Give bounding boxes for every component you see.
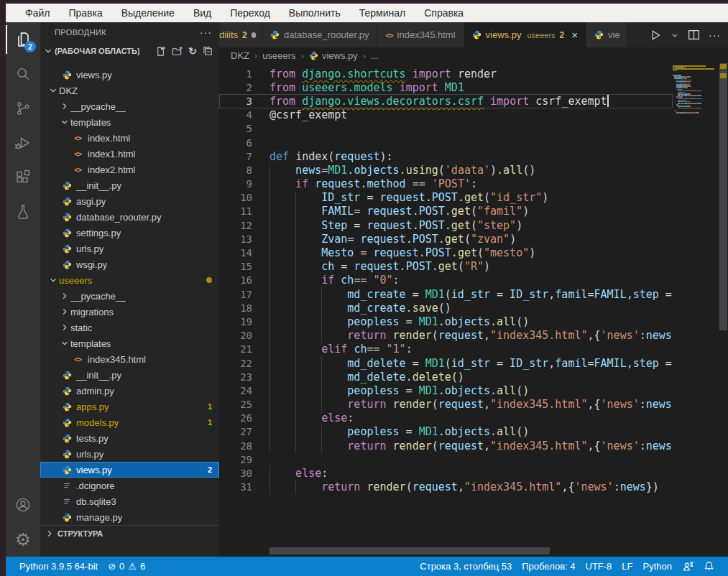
menu-item[interactable]: Справка <box>415 7 473 19</box>
tree-item-templates[interactable]: templates <box>40 335 219 351</box>
run-button-icon[interactable] <box>649 29 662 42</box>
indent-guide <box>295 480 321 494</box>
more-actions-icon[interactable]: ··· <box>200 27 212 38</box>
tree-item-urls.py[interactable]: urls.py <box>40 241 219 256</box>
activity-run-debug[interactable] <box>6 126 40 160</box>
activity-account[interactable] <box>6 488 40 522</box>
code-line: 23md_delete.delete() <box>219 370 673 384</box>
activity-extensions[interactable] <box>6 160 40 195</box>
python-icon <box>270 30 280 40</box>
tree-item-manage.py[interactable]: manage.py <box>40 509 219 525</box>
tree-item-useeers[interactable]: useeers <box>40 272 219 288</box>
status-problems[interactable]: ⊘0⚠6 <box>103 561 150 572</box>
menu-item[interactable]: Переход <box>221 7 280 19</box>
indent-guide <box>321 425 347 439</box>
file-label: apps.py <box>76 401 109 412</box>
status-language[interactable]: Python <box>638 561 677 572</box>
tree-item-db.sqlite3[interactable]: db.sqlite3 <box>40 493 219 509</box>
status-encoding[interactable]: UTF-8 <box>581 561 617 572</box>
tab-index345.html[interactable]: <>index345.html <box>378 22 464 47</box>
status-eol[interactable]: LF <box>617 561 637 572</box>
tree-item-wsgi.py[interactable]: wsgi.py <box>40 256 219 272</box>
tree-item-apps.py[interactable]: apps.py1 <box>40 399 219 414</box>
outline-section-header[interactable]: СТРУКТУРА <box>40 525 219 541</box>
code-editor[interactable]: 1from django.shortcuts import render2fro… <box>219 63 728 557</box>
status-indentation[interactable]: Пробелов: 4 <box>517 561 580 572</box>
run-dropdown-icon[interactable] <box>671 31 679 40</box>
activity-settings[interactable]: ⚙ <box>6 522 40 557</box>
status-line-col[interactable]: Строка 3, столбец 53 <box>415 561 517 572</box>
status-python-version[interactable]: Python 3.9.5 64-bit <box>14 561 103 572</box>
collapse-all-icon[interactable] <box>203 46 213 57</box>
tree-item-views.py[interactable]: views.py2 <box>40 462 219 478</box>
close-icon[interactable]: × <box>571 29 578 41</box>
code-line: 4@csrf_exempt <box>219 108 673 122</box>
breadcrumb-DKZ[interactable]: DKZ <box>231 50 249 61</box>
code-line: 2from useeers.models import MD1 <box>219 80 673 94</box>
tree-item-static[interactable]: static <box>40 320 219 335</box>
indent-guide <box>321 329 347 343</box>
tree-item-tests.py[interactable]: tests.py <box>40 430 219 446</box>
tree-item-__init__.py[interactable]: __init__.py <box>40 367 219 383</box>
horizontal-scrollbar-thumb[interactable] <box>269 547 550 554</box>
tree-item-.dcignore[interactable]: .dcignore <box>40 478 219 493</box>
vertical-scrollbar[interactable] <box>719 63 728 557</box>
tree-item-templates[interactable]: templates <box>40 114 219 130</box>
modified-dot <box>252 32 256 38</box>
breadcrumb-separator: › <box>301 50 304 61</box>
code-lines: 1from django.shortcuts import render2fro… <box>219 67 673 494</box>
tree-item-index.html[interactable]: <>index.html <box>40 130 219 146</box>
breadcrumb-views.py[interactable]: views.py <box>309 50 358 61</box>
more-actions-icon[interactable]: ··· <box>709 29 721 41</box>
tree-item-models.py[interactable]: models.py1 <box>40 414 219 430</box>
new-file-icon[interactable] <box>155 46 166 57</box>
line-number: 18 <box>219 302 252 314</box>
activity-search[interactable] <box>6 57 40 91</box>
menu-item[interactable]: Выполнить <box>280 7 350 19</box>
tree-item-DKZ[interactable]: DKZ <box>40 83 219 98</box>
activity-explorer[interactable]: 2 <box>6 22 40 57</box>
refresh-icon[interactable]: ↻ <box>188 46 197 56</box>
error-count: 0 <box>119 561 124 572</box>
tree-item-settings.py[interactable]: settings.py <box>40 225 219 241</box>
split-editor-icon[interactable] <box>688 29 700 41</box>
notifications-bell[interactable] <box>699 561 719 572</box>
breadcrumb-useeers[interactable]: useeers <box>262 50 295 61</box>
chevron-right-icon <box>59 291 70 301</box>
new-folder-icon[interactable] <box>172 46 183 57</box>
file-label: index345.html <box>88 354 146 365</box>
menu-item[interactable]: Выделение <box>112 7 184 19</box>
tree-item-database_roouter.py[interactable]: database_roouter.py <box>40 209 219 225</box>
tree-item-admin.py[interactable]: admin.py <box>40 383 219 399</box>
workspace-section-header[interactable]: (РАБОЧАЯ ОБЛАСТЬ) ... ↻ <box>40 42 219 60</box>
tree-item-views.py[interactable]: views.py <box>40 67 219 83</box>
html-icon: <> <box>74 134 88 142</box>
menu-item[interactable]: Правка <box>59 7 111 19</box>
text-cursor <box>607 95 609 107</box>
tree-item-urls.py[interactable]: urls.py <box>40 446 219 462</box>
indent-guide <box>269 343 295 356</box>
tab-database_roouter.py[interactable]: database_roouter.py <box>262 22 378 47</box>
activity-testing[interactable] <box>6 195 40 229</box>
tree-item-index345.html[interactable]: <>index345.html <box>40 351 219 367</box>
indent-guide <box>295 260 321 274</box>
tab-vie[interactable]: vie <box>586 22 627 47</box>
tree-item-asgi.py[interactable]: asgi.py <box>40 193 219 209</box>
activity-source-control[interactable] <box>6 91 40 126</box>
vertical-scrollbar-thumb[interactable] <box>719 63 727 330</box>
breadcrumb-...[interactable]: ... <box>371 50 379 61</box>
feedback-icon[interactable] <box>677 561 699 572</box>
minimap[interactable] <box>673 63 717 557</box>
tree-item-__init__.py[interactable]: __init__.py <box>40 177 219 193</box>
gear-icon: ⚙ <box>15 531 31 549</box>
tab-views.py[interactable]: views.pyuseeers2× <box>464 22 586 47</box>
tree-item-index2.html[interactable]: <>index2.html <box>40 162 219 177</box>
tree-item-index1.html[interactable]: <>index1.html <box>40 146 219 162</box>
menu-item[interactable]: Файл <box>16 7 59 19</box>
menu-item[interactable]: Терминал <box>350 7 415 19</box>
tree-item-__pycache__[interactable]: __pycache__ <box>40 288 219 304</box>
tree-item-__pycache__[interactable]: __pycache__ <box>40 98 219 114</box>
tab-diiits[interactable]: diiits2 <box>219 22 262 47</box>
menu-item[interactable]: Вид <box>184 7 221 19</box>
tree-item-migrations[interactable]: migrations <box>40 304 219 320</box>
